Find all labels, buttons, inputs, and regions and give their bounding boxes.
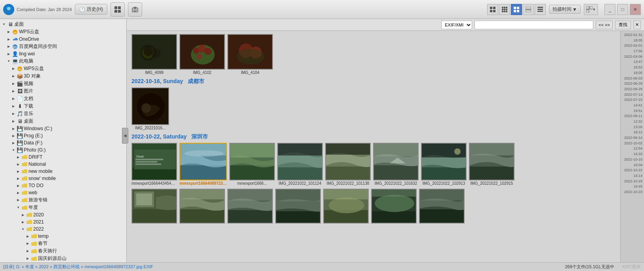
photo-item-bottom-7[interactable] [419, 189, 465, 224]
toggle-video[interactable] [11, 81, 16, 86]
tree-item-travel[interactable]: 旅游专辑 [0, 196, 126, 204]
toggle-springride[interactable] [25, 249, 30, 254]
timeline-item-18[interactable]: 16:12 [633, 130, 643, 135]
photo-item-mmexport-selected[interactable]: mmexport1666408972337 [179, 143, 227, 186]
tree-item-web[interactable]: web [0, 189, 126, 196]
view-icon-grid[interactable] [487, 4, 498, 15]
toggle-3dobj[interactable] [11, 74, 16, 79]
timeline-item-0[interactable]: 2022-01-31 [623, 32, 643, 38]
photo-item-img4099[interactable]: IMG_4099 [131, 34, 177, 75]
toggle-desktop[interactable] [2, 22, 6, 27]
tree-item-new-mobile[interactable]: new mobile [0, 168, 126, 175]
toggle-dataf[interactable] [11, 140, 16, 145]
photo-item-bottom-3[interactable] [227, 189, 273, 224]
timeline-item-26[interactable]: 14:14 [633, 173, 643, 179]
timeline-item-2[interactable]: 2022-02-01 [623, 43, 643, 49]
tree-item-video[interactable]: 🎬 视频 [0, 80, 126, 87]
toggle-temp[interactable] [25, 234, 30, 239]
photo-item-img4102[interactable]: IMG_4102 [179, 34, 225, 75]
timeline-item-3[interactable]: 17:56 [633, 49, 643, 54]
timeline-item-27[interactable]: 2022-10-29 [623, 179, 643, 184]
timeline-item-14[interactable]: 19:51 [633, 108, 643, 114]
timeline-item-23[interactable]: 2022-10-10 [623, 157, 643, 163]
toggle-2022[interactable] [21, 227, 25, 231]
photo-item-20221022-101138[interactable]: IMG_20221022_101138 [325, 143, 371, 186]
tree-item-spring[interactable]: 春节 [0, 240, 126, 247]
tree-item-wps2[interactable]: W WPS云盘 [0, 65, 126, 72]
toggle-photog[interactable] [11, 148, 16, 152]
tree-item-3dobj[interactable]: 📦 3D 对象 [0, 72, 126, 80]
toggle-year[interactable] [16, 205, 21, 210]
tree-item-docs[interactable]: 📄 文档 [0, 95, 126, 102]
tree-item-wps-cloud[interactable]: W WPS云盘 [0, 28, 126, 36]
tree-item-desktop[interactable]: 🖥 桌面 [0, 21, 126, 28]
toggle-desktop2[interactable] [11, 119, 16, 124]
date-header-1[interactable]: 2022-10-16, Sunday 成都市 [131, 78, 615, 85]
timeline-item-28[interactable]: 16:45 [633, 184, 643, 190]
photo-item-bottom-4[interactable] [275, 189, 321, 224]
timeline-item-4[interactable]: 2022-03-06 [623, 54, 643, 60]
photo-item-20221016[interactable]: IMG_20221016... [131, 87, 169, 130]
photo-item-bottom-2[interactable] [179, 189, 225, 224]
toggle-download[interactable] [11, 104, 16, 109]
minimize-button[interactable]: _ [604, 4, 615, 15]
tree-item-temp[interactable]: temp [0, 233, 126, 240]
tree-item-national-qingyu[interactable]: 国庆斜源后山 [0, 255, 126, 262]
tree-item-photo-g[interactable]: 💾 Photo (G:) [0, 146, 126, 154]
view-button-1[interactable] [111, 2, 125, 17]
timeline-item-24[interactable]: 10:04 [633, 163, 643, 168]
toggle-baidu[interactable] [6, 44, 11, 49]
tree-item-todo[interactable]: TO DO [0, 182, 126, 189]
tree-item-music[interactable]: 🎵 音乐 [0, 110, 126, 117]
timeline-item-16[interactable]: 12:32 [633, 119, 643, 125]
collapse-sidebar-button[interactable]: ◀ [122, 128, 128, 144]
view-icon-detail[interactable] [535, 4, 546, 15]
toggle-snowmobile[interactable] [16, 176, 21, 181]
photo-item-20221022-101124[interactable]: IMG_20221022_101124 [277, 143, 323, 186]
timeline-item-15[interactable]: 2022-09-11 [623, 114, 643, 119]
photo-item-20221022-101632[interactable]: IMG_20221022_101632 [373, 143, 419, 186]
toggle-national[interactable] [16, 162, 21, 167]
tree-item-data-f[interactable]: 💾 Data (F:) [0, 139, 126, 146]
toggle-wps2[interactable] [11, 66, 16, 71]
tree-item-desktop2[interactable]: 🖥 桌面 [0, 117, 126, 125]
tree-item-2021[interactable]: 2021 [0, 218, 126, 226]
toggle-music[interactable] [11, 112, 16, 116]
tree-item-onedrive[interactable]: OneDrive [0, 36, 126, 43]
search-close-button[interactable]: ✕ [633, 21, 641, 29]
sort-button[interactable]: 拍摄时间 ▼ [549, 5, 581, 14]
view-icon-blue[interactable] [511, 4, 522, 15]
history-button[interactable]: 🕐 历史(H) [75, 4, 107, 15]
tree-item-win-c[interactable]: 💾 Windows (C:) [0, 125, 126, 132]
toggle-lingwei[interactable] [6, 51, 11, 56]
photo-item-20221022-102915[interactable]: IMG_20221022_102915 [469, 143, 514, 186]
tree-item-2022[interactable]: 2022 [0, 226, 126, 233]
close-button[interactable]: ✕ [630, 4, 641, 15]
timeline-item-12[interactable]: 2022-07-23 [623, 97, 643, 103]
timeline-item-8[interactable]: 2022-06-03 [623, 76, 643, 81]
toggle-travel[interactable] [16, 198, 21, 203]
timeline-item-11[interactable]: 2022-07-14 [623, 92, 643, 98]
toggle-todo[interactable] [16, 183, 21, 188]
toggle-pictures[interactable] [11, 89, 16, 94]
timeline-item-13[interactable]: 14:41 [633, 103, 643, 108]
photo-item-bottom-6[interactable] [371, 189, 417, 224]
tree-item-drift[interactable]: DRIFT [0, 154, 126, 161]
maximize-button[interactable]: □ [617, 4, 628, 15]
tree-item-pictures[interactable]: 🖼 图片 [0, 87, 126, 95]
search-nav-button[interactable]: << >> [596, 21, 613, 29]
photo-item-img4104[interactable]: IMG_4104 [227, 34, 273, 75]
timeline-item-5[interactable]: 13:47 [633, 59, 643, 65]
tree-item-2020[interactable]: 2020 [0, 211, 126, 218]
tree-item-snow-mobile[interactable]: snow' mobile [0, 175, 126, 182]
tree-item-thispc[interactable]: 💻 此电脑 [0, 57, 126, 65]
timeline-item-19[interactable]: 2022-09-14 [623, 135, 643, 141]
tree-item-baidu[interactable]: BD 百度网盘同步空间 [0, 43, 126, 50]
toggle-nqingyu[interactable] [25, 256, 30, 261]
timeline-item-6[interactable]: 16:52 [633, 65, 643, 70]
date-header-2[interactable]: 2022-10-22, Saturday 深圳市 [131, 133, 615, 140]
extra-view-btn[interactable]: ▼ [584, 4, 598, 15]
toggle-docs[interactable] [11, 97, 16, 101]
exif-select[interactable]: EXIF/XMI [441, 21, 472, 29]
timeline-item-29[interactable]: 2022-10-23 [623, 190, 643, 195]
